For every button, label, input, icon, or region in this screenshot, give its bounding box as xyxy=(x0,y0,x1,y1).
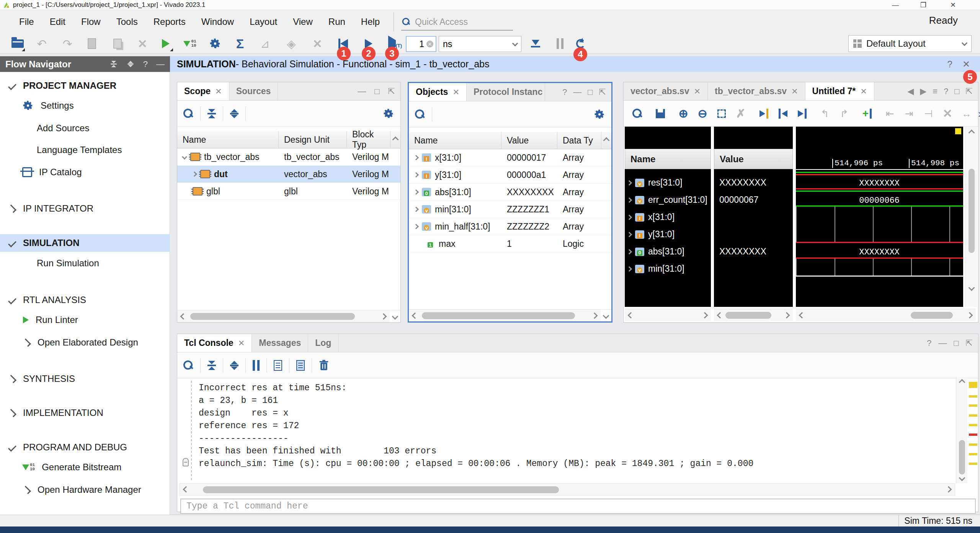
minimize-panel-icon[interactable]: — xyxy=(938,338,947,348)
add-marker-icon[interactable]: + xyxy=(859,105,875,122)
tab-scope[interactable]: Scope✕ xyxy=(177,82,229,100)
chevron-right-icon[interactable] xyxy=(413,207,419,212)
item-run-linter[interactable]: Run Linter xyxy=(0,311,170,329)
generate-bitstream-button[interactable]: 0110 xyxy=(181,35,199,52)
collapse-all-icon[interactable] xyxy=(207,109,216,118)
tab-objects[interactable]: Objects✕ xyxy=(409,83,467,101)
horizontal-scrollbar[interactable] xyxy=(625,309,711,321)
zoom-fit-icon[interactable] xyxy=(714,105,729,122)
report-button[interactable]: Σ xyxy=(231,35,249,52)
wave-signal-row[interactable]: vmin[31:0] xyxy=(627,260,709,277)
chevron-right-icon[interactable] xyxy=(23,486,31,494)
section-ip-integrator[interactable]: IP INTEGRATOR xyxy=(0,200,170,217)
menu-edit[interactable]: Edit xyxy=(50,16,65,27)
item-generate-bitstream[interactable]: 0110 Generate Bitstream xyxy=(0,458,170,476)
section-program-and-debug[interactable]: PROGRAM AND DEBUG xyxy=(0,438,170,456)
close-icon[interactable]: ✕ xyxy=(238,339,245,348)
chevron-down-icon[interactable] xyxy=(182,154,187,160)
sim-time-input[interactable]: 1 ✕ xyxy=(406,36,436,52)
chevron-right-icon[interactable] xyxy=(627,180,632,185)
chevron-right-icon[interactable] xyxy=(627,266,632,271)
float-panel-icon[interactable]: ⇱ xyxy=(599,87,606,97)
restore-window-button[interactable]: ❐ xyxy=(920,0,926,10)
menu-window[interactable]: Window xyxy=(201,16,234,27)
expand-all-icon[interactable] xyxy=(230,361,238,370)
chevron-down-icon[interactable] xyxy=(8,296,16,304)
chevron-right-icon[interactable] xyxy=(627,249,632,254)
delete-button[interactable]: ✕ xyxy=(134,35,151,52)
zoom-in-icon[interactable]: ⊕ xyxy=(676,105,691,122)
chevron-right-icon[interactable] xyxy=(192,171,197,177)
tab-tcl-console[interactable]: Tcl Console✕ xyxy=(177,334,252,352)
section-simulation[interactable]: SIMULATION xyxy=(0,234,170,252)
step-button[interactable] xyxy=(527,35,544,52)
horizontal-scrollbar[interactable] xyxy=(177,310,390,322)
column-value[interactable]: Value xyxy=(501,132,557,149)
section-implementation[interactable]: IMPLEMENTATION xyxy=(0,404,170,422)
next-transition-icon[interactable] xyxy=(794,105,810,122)
tab-log[interactable]: Log xyxy=(308,334,338,352)
chevron-right-icon[interactable] xyxy=(23,338,31,347)
wave-signal-row[interactable]: vres[31:0] xyxy=(627,174,709,191)
wave-signal-row[interactable]: Iy[31:0] xyxy=(627,226,709,243)
item-ip-catalog[interactable]: IP Catalog xyxy=(0,163,170,181)
help-icon[interactable]: ? xyxy=(562,87,567,97)
clear-icon[interactable]: ✕ xyxy=(426,41,433,47)
horizontal-scrollbar[interactable] xyxy=(714,309,793,321)
layout-selector[interactable]: Default Layout xyxy=(848,35,972,52)
minimize-window-button[interactable]: — xyxy=(892,0,899,10)
wave-signal-row[interactable]: 0abs[31:0] xyxy=(627,243,709,260)
chevron-right-icon[interactable] xyxy=(413,189,419,195)
table-row[interactable]: Ix[31:0] 00000017 Array xyxy=(409,149,611,166)
scroll-left-icon[interactable] xyxy=(799,312,805,318)
search-icon[interactable] xyxy=(415,109,425,119)
help-icon[interactable]: ? xyxy=(944,86,948,96)
tab-protocol-instances[interactable]: Protocol Instanc xyxy=(467,83,545,101)
chevron-down-icon[interactable] xyxy=(8,239,16,247)
item-open-hardware-manager[interactable]: Open Hardware Manager xyxy=(0,481,170,499)
chevron-right-icon[interactable] xyxy=(413,224,419,229)
redo-button[interactable]: ↷ xyxy=(59,35,76,52)
horizontal-scrollbar[interactable] xyxy=(180,483,955,496)
scroll-down-icon[interactable] xyxy=(392,313,399,319)
scroll-right-icon[interactable] xyxy=(381,313,387,319)
close-icon[interactable]: ✕ xyxy=(694,87,701,96)
pause-output-icon[interactable] xyxy=(253,360,260,371)
tab-tb-vector-abs-sv[interactable]: tb_vector_abs.sv✕ xyxy=(708,82,805,100)
menu-tools[interactable]: Tools xyxy=(116,16,138,27)
scroll-down-icon[interactable] xyxy=(603,312,609,319)
scroll-left-icon[interactable] xyxy=(628,312,634,318)
close-icon[interactable]: ✕ xyxy=(962,59,970,70)
chevron-right-icon[interactable] xyxy=(413,172,419,178)
copy-icon[interactable] xyxy=(274,360,282,371)
menu-view[interactable]: View xyxy=(293,16,313,27)
clear-console-icon[interactable] xyxy=(296,360,305,371)
search-icon[interactable] xyxy=(183,360,193,370)
scroll-right-icon[interactable] xyxy=(702,312,708,318)
trash-icon[interactable] xyxy=(319,360,329,371)
time-unit-select[interactable]: ns xyxy=(439,36,521,52)
wave-signal-row[interactable]: verr_count[31:0] xyxy=(627,191,709,209)
tab-sources[interactable]: Sources xyxy=(229,82,278,100)
tab-list-icon[interactable]: ≡ xyxy=(933,86,938,96)
column-block-type[interactable]: Block Typ xyxy=(347,131,390,148)
chevron-right-icon[interactable] xyxy=(8,375,16,383)
search-icon[interactable] xyxy=(183,109,193,119)
scroll-up-icon[interactable] xyxy=(603,137,610,144)
table-row[interactable]: 1max 1 Logic xyxy=(409,235,611,253)
scroll-up-icon[interactable] xyxy=(968,130,975,136)
minimize-panel-icon[interactable]: — xyxy=(358,86,366,96)
chevron-right-icon[interactable] xyxy=(627,214,632,220)
scroll-left-icon[interactable] xyxy=(180,313,187,319)
menu-help[interactable]: Help xyxy=(361,16,380,27)
undo-button[interactable]: ↶ xyxy=(33,35,51,52)
scroll-right-icon[interactable] xyxy=(946,486,952,493)
tab-messages[interactable]: Messages xyxy=(252,334,308,352)
paste-button[interactable] xyxy=(109,35,126,52)
close-icon[interactable]: ✕ xyxy=(215,87,222,96)
help-icon[interactable]: ? xyxy=(927,338,931,348)
chevron-right-icon[interactable] xyxy=(413,155,419,160)
scroll-right-icon[interactable] xyxy=(967,312,973,318)
quick-access-search[interactable]: Quick Access xyxy=(401,14,513,31)
menu-reports[interactable]: Reports xyxy=(154,16,186,27)
